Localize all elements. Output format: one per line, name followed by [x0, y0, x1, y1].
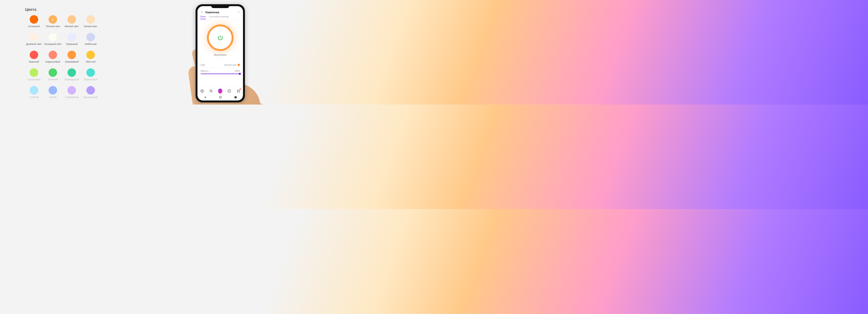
swatch-label: Туманный [66, 42, 78, 48]
phone-notch [211, 4, 229, 8]
svg-point-6 [239, 90, 240, 91]
swatch-label: Тёплый свет [45, 25, 60, 31]
swatch-label: Оранжевый [65, 60, 79, 66]
power-button[interactable] [209, 26, 231, 49]
swatch-circle [30, 50, 38, 59]
swatch-label: Зелёный [48, 78, 58, 84]
color-row[interactable]: Цвет Тёплый свет [200, 62, 240, 68]
color-swatch-18[interactable]: Сиреневый [63, 86, 81, 101]
swatch-circle [49, 15, 57, 24]
swatch-label: Небесный [85, 42, 96, 48]
color-grid: ОгненныйТёплый светМягкий светБелый свет… [25, 15, 149, 101]
color-swatch-6[interactable]: Туманный [63, 33, 81, 48]
svg-point-8 [239, 92, 240, 92]
swatch-label: Синий [49, 96, 57, 101]
swatch-circle [86, 50, 95, 59]
brightness-row-value: 100% [235, 70, 240, 72]
swatch-circle [86, 15, 95, 24]
swatch-label: Коралловый [45, 60, 60, 66]
swatch-circle [49, 86, 57, 95]
color-swatch-8[interactable]: Красный [25, 50, 43, 66]
services-icon[interactable] [236, 89, 241, 93]
color-swatch-19[interactable]: Фиолетовый [82, 86, 99, 101]
color-swatch-1[interactable]: Тёплый свет [44, 15, 62, 31]
phone-screen: Лампочка Пульт Голосовые команды Включен… [197, 6, 243, 101]
color-swatch-2[interactable]: Мягкий свет [63, 15, 81, 31]
brightness-slider-thumb[interactable] [239, 73, 241, 75]
swatch-label: Холодный свет [44, 42, 62, 48]
swatch-label: Мягкий свет [65, 25, 79, 31]
brightness-slider[interactable] [200, 74, 240, 74]
tab-remote[interactable]: Пульт [200, 15, 206, 19]
swatch-circle [86, 33, 95, 41]
color-row-label: Цвет [200, 64, 206, 66]
color-swatch-15[interactable]: Бирюзовый [82, 68, 99, 84]
swatch-circle [30, 86, 38, 95]
swatch-circle [49, 68, 57, 77]
svg-point-5 [237, 90, 238, 91]
power-status-label: Включено [214, 53, 226, 57]
swatch-circle [49, 33, 57, 41]
swatch-label: Фиолетовый [83, 96, 98, 101]
controls-section: Цвет Тёплый свет Яркость 100% [197, 60, 243, 75]
swatch-label: Изумрудный [65, 78, 79, 84]
color-swatch-9[interactable]: Коралловый [44, 50, 62, 66]
svg-point-0 [238, 12, 239, 12]
phone-frame: Лампочка Пульт Голосовые команды Включен… [195, 4, 245, 102]
color-swatch-7[interactable]: Небесный [82, 33, 99, 48]
color-swatch-3[interactable]: Белый свет [82, 15, 99, 31]
swatch-label: Жёлтый [86, 60, 95, 66]
sys-recent-icon[interactable] [235, 96, 237, 98]
color-swatch-13[interactable]: Зелёный [44, 68, 62, 84]
color-swatch-0[interactable]: Огненный [25, 15, 43, 31]
services-badge [240, 89, 241, 90]
swatch-circle [30, 33, 38, 41]
tab-voice-commands[interactable]: Голосовые команды [209, 15, 229, 19]
android-system-bar [197, 95, 243, 101]
color-swatch-10[interactable]: Оранжевый [63, 50, 81, 66]
power-zone: Включено [197, 21, 243, 60]
swatch-circle [67, 33, 76, 41]
swatch-label: Салатовый [27, 78, 40, 84]
swatch-circle [67, 68, 76, 77]
brightness-row-label: Яркость [200, 70, 209, 72]
gear-icon[interactable] [237, 10, 240, 14]
tabs: Пульт Голосовые команды [197, 15, 243, 21]
svg-point-2 [210, 90, 212, 92]
check-icon [51, 18, 55, 21]
swatch-circle [49, 50, 57, 59]
palette-title: Цвета [25, 7, 149, 12]
swatch-label: Бирюзовый [84, 78, 97, 84]
back-icon[interactable] [200, 10, 204, 14]
sys-back-icon[interactable] [204, 96, 207, 99]
color-palette-panel: Цвета ОгненныйТёплый светМягкий светБелы… [25, 7, 149, 101]
swatch-circle [86, 86, 95, 95]
device-title: Лампочка [205, 10, 236, 14]
yandex-icon[interactable] [200, 89, 204, 93]
color-swatch-17[interactable]: Синий [44, 86, 62, 101]
color-swatch-14[interactable]: Изумрудный [63, 68, 81, 84]
color-swatch-5[interactable]: Холодный свет [44, 33, 62, 48]
color-swatch-4[interactable]: Дневной свет [25, 33, 43, 48]
alice-icon[interactable] [218, 89, 222, 93]
svg-point-7 [237, 92, 238, 92]
swatch-label: Красный [29, 60, 39, 66]
app-bottom-nav [197, 87, 243, 95]
swatch-circle [30, 15, 38, 24]
sys-home-icon[interactable] [219, 96, 222, 98]
search-icon[interactable] [209, 89, 213, 93]
swatch-label: Голубой [29, 96, 38, 101]
color-swatch-16[interactable]: Голубой [25, 86, 43, 101]
color-row-swatch [238, 64, 240, 66]
swatch-label: Огненный [28, 25, 40, 31]
swatch-circle [67, 15, 76, 24]
swatch-circle [67, 86, 76, 95]
color-swatch-12[interactable]: Салатовый [25, 68, 43, 84]
color-row-value: Тёплый свет [224, 64, 240, 66]
swatch-label: Сиреневый [65, 96, 78, 101]
browser-icon[interactable] [227, 89, 231, 93]
swatch-label: Белый свет [84, 25, 97, 31]
color-swatch-11[interactable]: Жёлтый [82, 50, 99, 66]
swatch-circle [86, 68, 95, 77]
brightness-row: Яркость 100% [200, 68, 240, 74]
